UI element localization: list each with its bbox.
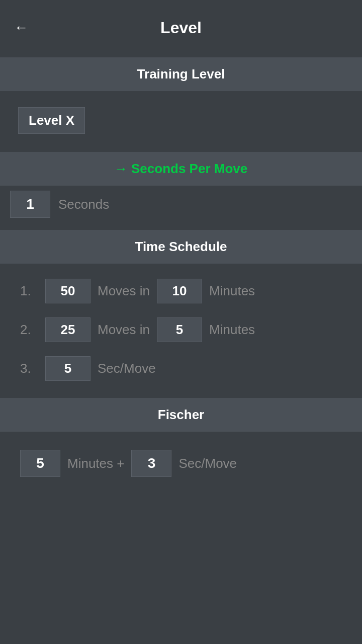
row-1-number: 1. — [20, 283, 38, 299]
fischer-header: Fischer — [0, 398, 362, 432]
row-2-time-value[interactable]: 5 — [157, 317, 202, 342]
training-level-header: Training Level — [0, 57, 362, 91]
seconds-value-box[interactable]: 1 — [10, 191, 50, 218]
back-button[interactable]: ← — [10, 16, 32, 40]
time-schedule-content: 1. 50 Moves in 10 Minutes 2. 25 Moves in… — [0, 264, 362, 396]
time-schedule-section: Time Schedule 1. 50 Moves in 10 Minutes … — [0, 230, 362, 396]
seconds-per-move-section: → Seconds Per Move 1 Seconds — [0, 152, 362, 228]
training-level-content: Level X — [0, 91, 362, 150]
schedule-row-1: 1. 50 Moves in 10 Minutes — [10, 272, 352, 310]
row-3-moves-label: Sec/Move — [98, 361, 156, 376]
training-level-section: Training Level Level X — [0, 57, 362, 150]
fischer-section: Fischer 5 Minutes + 3 Sec/Move — [0, 398, 362, 495]
row-2-time-label: Minutes — [209, 322, 255, 338]
seconds-row: 1 Seconds — [0, 186, 362, 228]
fischer-sec-label: Sec/Move — [178, 456, 237, 471]
level-x-box[interactable]: Level X — [18, 107, 85, 134]
row-1-time-label: Minutes — [209, 283, 255, 299]
header: ← Level — [0, 0, 362, 55]
fischer-sec-value[interactable]: 3 — [131, 450, 171, 477]
fischer-minutes-label: Minutes + — [67, 456, 124, 471]
schedule-row-2: 2. 25 Moves in 5 Minutes — [10, 310, 352, 349]
row-2-moves-label: Moves in — [98, 322, 150, 338]
row-1-moves-value[interactable]: 50 — [45, 279, 90, 303]
fischer-content: 5 Minutes + 3 Sec/Move — [0, 432, 362, 495]
fischer-minutes-value[interactable]: 5 — [20, 450, 60, 477]
row-2-number: 2. — [20, 322, 38, 338]
time-schedule-header: Time Schedule — [0, 230, 362, 264]
fischer-row: 5 Minutes + 3 Sec/Move — [10, 440, 352, 487]
row-2-moves-value[interactable]: 25 — [45, 317, 90, 342]
seconds-unit-label: Seconds — [58, 197, 109, 212]
row-1-time-value[interactable]: 10 — [157, 279, 202, 303]
page-title: Level — [160, 19, 202, 37]
seconds-per-move-header[interactable]: → Seconds Per Move — [0, 152, 362, 186]
seconds-per-move-label: → Seconds Per Move — [115, 161, 247, 176]
row-3-number: 3. — [20, 361, 38, 376]
schedule-row-3: 3. 5 Sec/Move — [10, 349, 352, 388]
row-3-moves-value[interactable]: 5 — [45, 356, 90, 381]
row-1-moves-label: Moves in — [98, 283, 150, 299]
